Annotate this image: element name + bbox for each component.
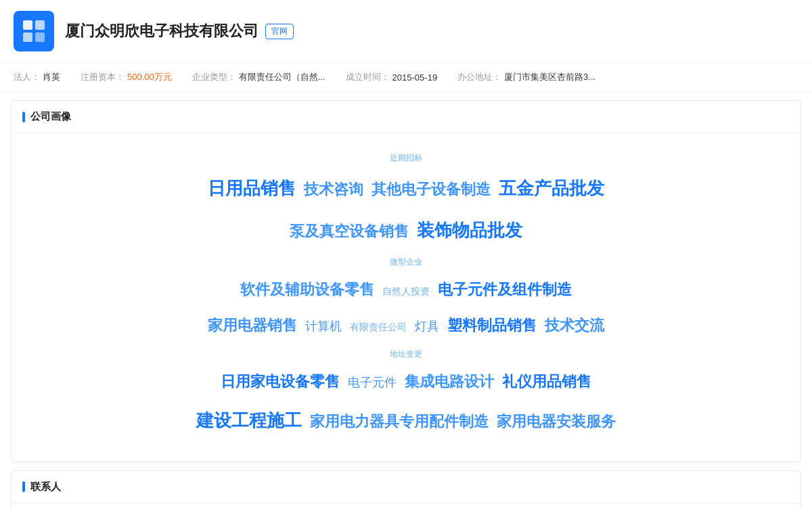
tag-pump[interactable]: 泵及真空设备销售 bbox=[290, 215, 409, 248]
established-item: 成立时间： 2015-05-19 bbox=[346, 71, 438, 83]
tag-natural-invest[interactable]: 自然人投资 bbox=[382, 281, 430, 302]
company-image-title: 公司画像 bbox=[12, 101, 800, 133]
svg-rect-1 bbox=[35, 20, 45, 30]
tag-tech-exchange[interactable]: 技术交流 bbox=[545, 309, 604, 342]
legal-person-value: 肖英 bbox=[43, 71, 60, 83]
contacts-title: 联系人 bbox=[12, 471, 800, 504]
tag-address-change[interactable]: 地址变更 bbox=[390, 345, 422, 363]
registered-capital-value: 500.00万元 bbox=[127, 71, 172, 83]
svg-rect-2 bbox=[23, 32, 32, 42]
tag-other-electronic[interactable]: 其他电子设备制造 bbox=[371, 173, 491, 206]
tag-tech-consult[interactable]: 技术咨询 bbox=[304, 173, 363, 206]
tag-ceremony[interactable]: 礼仪用品销售 bbox=[502, 366, 591, 398]
address-value: 厦门市集美区杏前路3... bbox=[504, 71, 595, 83]
contact-grid: 销售专家 3 无角色 4 bbox=[12, 504, 800, 509]
established-value: 2015-05-19 bbox=[392, 72, 438, 83]
tag-ic-design[interactable]: 集成电路设计 bbox=[405, 366, 494, 398]
tag-appliance-sales[interactable]: 家用电器销售 bbox=[208, 309, 297, 342]
tag-cloud: 近期招标 日用品销售 技术咨询 其他电子设备制造 五金产品批发 泵及真空设备销售… bbox=[12, 133, 800, 462]
tag-lamp[interactable]: 灯具 bbox=[415, 313, 439, 340]
official-badge[interactable]: 官网 bbox=[265, 24, 294, 39]
company-image-section: 公司画像 近期招标 日用品销售 技术咨询 其他电子设备制造 五金产品批发 泵及真… bbox=[11, 100, 801, 462]
tag-daily-goods[interactable]: 日用品销售 bbox=[208, 169, 296, 208]
company-type-label: 企业类型： bbox=[192, 71, 236, 83]
tag-electronic-mfg[interactable]: 电子元件及组件制造 bbox=[438, 273, 572, 306]
company-logo bbox=[14, 11, 54, 51]
tag-appliance-install[interactable]: 家用电器安装服务 bbox=[497, 405, 616, 438]
registered-capital-label: 注册资本： bbox=[81, 71, 125, 83]
contacts-section: 联系人 销售专家 3 无角色 4 bbox=[11, 470, 801, 509]
company-type-item: 企业类型： 有限责任公司（自然... bbox=[192, 71, 325, 83]
tag-plastic[interactable]: 塑料制品销售 bbox=[447, 309, 537, 342]
tag-recent-bid[interactable]: 近期招标 bbox=[390, 149, 422, 167]
legal-person-label: 法人： bbox=[14, 71, 40, 83]
company-type-value: 有限责任公司（自然... bbox=[239, 71, 325, 83]
registered-capital-item: 注册资本： 500.00万元 bbox=[81, 71, 172, 83]
tag-hardware[interactable]: 五金产品批发 bbox=[499, 169, 604, 208]
tag-computer[interactable]: 计算机 bbox=[305, 313, 342, 340]
tag-household-retail[interactable]: 日用家电设备零售 bbox=[221, 366, 340, 398]
svg-rect-3 bbox=[35, 32, 45, 42]
svg-rect-0 bbox=[23, 20, 32, 30]
tag-software[interactable]: 软件及辅助设备零售 bbox=[240, 273, 374, 306]
tag-micro[interactable]: 微型企业 bbox=[390, 253, 422, 271]
tag-decoration[interactable]: 装饰物品批发 bbox=[417, 211, 522, 250]
tag-construction[interactable]: 建设工程施工 bbox=[196, 401, 302, 440]
company-name: 厦门众明欣电子科技有限公司 bbox=[65, 21, 258, 41]
company-header: 厦门众明欣电子科技有限公司 官网 bbox=[0, 0, 812, 63]
info-bar: 法人： 肖英 注册资本： 500.00万元 企业类型： 有限责任公司（自然...… bbox=[0, 63, 812, 92]
tag-electronic-parts[interactable]: 电子元件 bbox=[348, 370, 397, 397]
tag-power-parts[interactable]: 家用电力器具专用配件制造 bbox=[310, 405, 489, 438]
established-label: 成立时间： bbox=[346, 71, 390, 83]
address-item: 办公地址： 厦门市集美区杏前路3... bbox=[457, 71, 595, 83]
address-label: 办公地址： bbox=[457, 71, 501, 83]
legal-person-item: 法人： 肖英 bbox=[14, 71, 60, 83]
tag-limited-company[interactable]: 有限责任公司 bbox=[350, 317, 407, 338]
